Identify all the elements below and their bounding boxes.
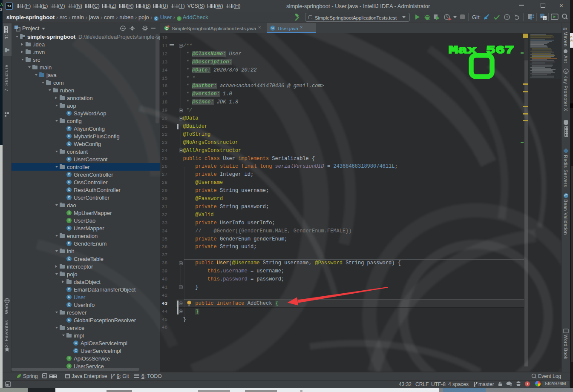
svg-text:K: K bbox=[564, 70, 567, 74]
svg-text:C: C bbox=[165, 26, 168, 31]
svg-text:a: a bbox=[541, 14, 543, 18]
